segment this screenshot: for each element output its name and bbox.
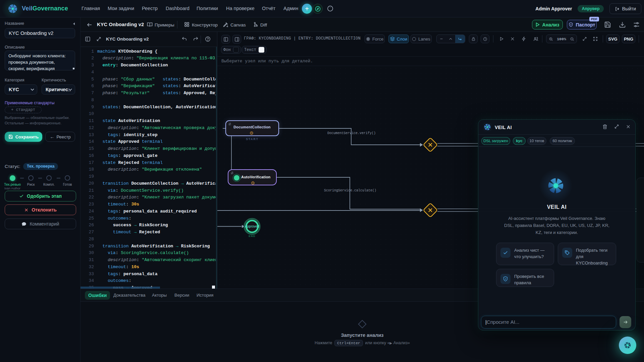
svg-text:ScoringService.calculate(): ScoringService.calculate(): [324, 189, 376, 192]
svg-text:END: END: [249, 235, 256, 238]
svg-text:DocumentService.verify(): DocumentService.verify(): [327, 131, 376, 135]
svg-text:Approved: Approved: [245, 225, 259, 228]
